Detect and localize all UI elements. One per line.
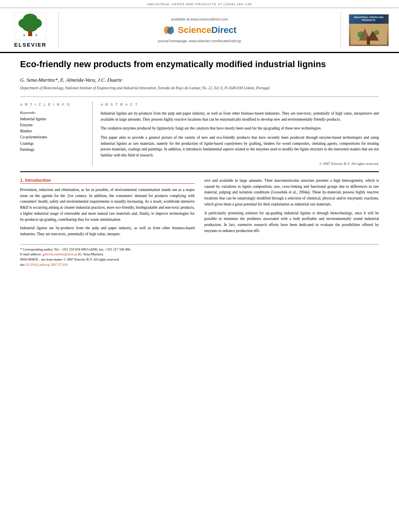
sciencedirect-logo: ScienceDirect: [162, 25, 237, 36]
elsevier-logo-section: ELSEVIER: [6, 12, 59, 48]
column-left: 1. Introduction Prevention, reduction an…: [20, 178, 195, 240]
keyword-6: Paintings: [20, 147, 86, 153]
keyword-5: Coatings: [20, 141, 86, 147]
header-area: ELSEVIER available at www.sciencedirect.…: [0, 8, 399, 53]
journal-cover: INDUSTRIAL CROPS AND PRODUCTS: [349, 14, 389, 46]
section1-col1-para-2: Industrial lignins are by-products from …: [20, 225, 195, 237]
abstract-para-3: This paper aims to provide a general pic…: [101, 135, 379, 158]
authors: G. Sena-Martins*, E. Almeida-Vara, J.C. …: [20, 77, 379, 83]
article-body: Eco-friendly new products from enzymatic…: [0, 53, 399, 275]
svg-rect-13: [367, 37, 370, 45]
svg-point-11: [358, 31, 364, 38]
keyword-3: Binders: [20, 128, 86, 134]
elsevier-text: ELSEVIER: [14, 42, 46, 48]
abstract-para-1: Industrial lignins are by-products from …: [101, 111, 379, 122]
article-info-abstract: A R T I C L E I N F O Keywords: Industri…: [20, 101, 379, 166]
section1-col2-text: sive and available in large amounts. The…: [204, 178, 379, 234]
section1-col1-para-1: Prevention, reduction and elimination, a…: [20, 187, 195, 222]
header-center: available at www.sciencedirect.com Scien…: [59, 12, 340, 48]
journal-cover-section: INDUSTRIAL CROPS AND PRODUCTS: [340, 12, 393, 48]
footer-notes: * Corresponding author. Tel.: +351 210 9…: [20, 244, 379, 267]
keyword-2: Enzyme: [20, 122, 86, 128]
footer-email-link[interactable]: gabriela.martins@ineti.pt: [42, 252, 77, 256]
article-info: A R T I C L E I N F O Keywords: Industri…: [20, 101, 93, 166]
footer-doi-link[interactable]: 10.1016/j.indcrop.2007.07.016: [25, 263, 68, 267]
copyright: © 2007 Elsevier B.V. All rights reserved…: [101, 162, 379, 166]
article-info-header: A R T I C L E I N F O: [20, 103, 86, 107]
abstract-header: A B S T R A C T: [101, 103, 379, 107]
abstract-section: A B S T R A C T Industrial lignins are b…: [93, 101, 379, 166]
keywords-list: Industrial lignins Enzyme Binders Co-pol…: [20, 116, 86, 153]
svg-point-12: [374, 30, 379, 35]
article-title: Eco-friendly new products from enzymatic…: [20, 59, 379, 70]
section1-col1-text: Prevention, reduction and elimination, a…: [20, 187, 195, 237]
section1-col2-para-2: A particularly promising solution for up…: [204, 210, 379, 234]
keywords-label: Keywords:: [20, 111, 86, 115]
main-divider: [20, 171, 379, 172]
available-text: available at www.sciencedirect.com: [171, 17, 228, 21]
journal-bar: INDUSTRIAL CROPS AND PRODUCTS 27 (2008) …: [0, 0, 399, 8]
footer-doi: doi:10.1016/j.indcrop.2007.07.016: [20, 262, 379, 267]
elsevier-logo: ELSEVIER: [14, 12, 46, 48]
journal-homepage: journal homepage: www.elsevier.com/locat…: [158, 39, 241, 43]
authors-text: G. Sena-Martins*, E. Almeida-Vara, J.C. …: [20, 77, 122, 83]
divider-1: [20, 97, 379, 97]
section1-col2-para-1: sive and available in large amounts. The…: [204, 178, 379, 207]
svg-point-4: [22, 21, 38, 32]
keyword-1: Industrial lignins: [20, 116, 86, 122]
sd-text: ScienceDirect: [178, 25, 237, 35]
sd-leaf-icon: [162, 25, 175, 36]
footer-email-prefix: E-mail address:: [20, 252, 42, 256]
abstract-text: Industrial lignins are by-products from …: [101, 111, 379, 158]
footer-issn: 0926-6690/$ – see front matter © 2007 El…: [20, 257, 379, 262]
footer-email-suffix: (G. Sena-Martins).: [77, 252, 104, 256]
affiliation: Department of Biotecnology, National Ins…: [20, 86, 379, 91]
page: INDUSTRIAL CROPS AND PRODUCTS 27 (2008) …: [0, 0, 399, 532]
journal-cover-image: [349, 24, 389, 46]
two-column-content: 1. Introduction Prevention, reduction an…: [20, 178, 379, 240]
journal-cover-title: INDUSTRIAL CROPS AND PRODUCTS: [351, 16, 387, 22]
abstract-para-2: The oxidative enzymes produced by lignin…: [101, 125, 379, 131]
journal-bar-text: INDUSTRIAL CROPS AND PRODUCTS 27 (2008) …: [147, 2, 252, 6]
footer-corresponding-author: * Corresponding author. Tel.: +351 210 9…: [20, 247, 379, 252]
keyword-4: Co-polymerizates: [20, 134, 86, 140]
elsevier-tree-icon: [14, 12, 46, 40]
footer-email: E-mail address: gabriela.martins@ineti.p…: [20, 252, 379, 257]
svg-rect-5: [28, 31, 32, 36]
column-right: sive and available in large amounts. The…: [204, 178, 379, 240]
section1-heading: 1. Introduction: [20, 178, 195, 184]
footer-doi-prefix: doi:: [20, 263, 25, 267]
